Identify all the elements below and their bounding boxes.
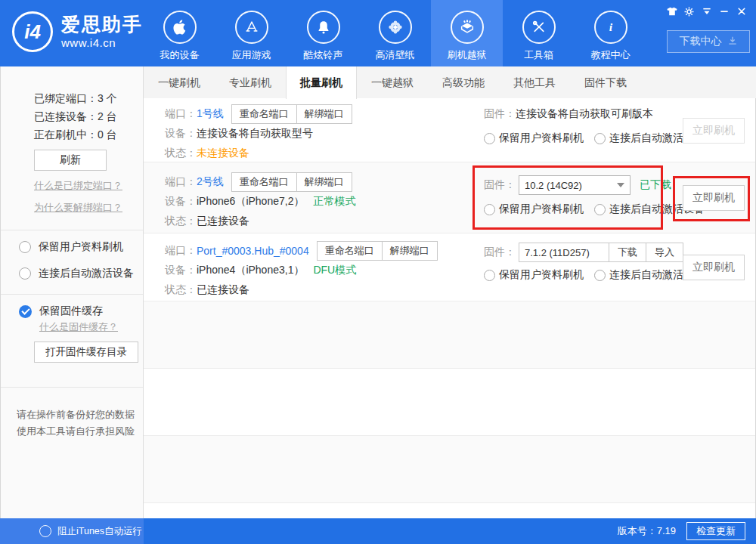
device-mode: DFU模式 bbox=[313, 264, 356, 277]
flash-now-button[interactable]: 立即刷机 bbox=[683, 255, 745, 280]
empty-row bbox=[144, 436, 755, 503]
option-auto-activate[interactable]: 连接后自动激活设备 bbox=[19, 267, 143, 280]
nav-item-flash-jailbreak[interactable]: 刷机越狱 bbox=[431, 0, 503, 66]
firmware-version-select[interactable]: 10.2 (14C92) bbox=[519, 175, 631, 195]
radio-off-icon[interactable] bbox=[484, 133, 495, 144]
row-options: 保留用户资料刷机 连接后自动激活设备 bbox=[484, 268, 705, 282]
nav-label: 教程中心 bbox=[591, 48, 631, 62]
app-header: i4 爱思助手 www.i4.cn 我的设备 应用游戏 酷炫铃声 bbox=[0, 0, 756, 66]
unbind-port-button[interactable]: 解绑端口 bbox=[296, 105, 352, 123]
firmware-selected-value: 10.2 (14C92) bbox=[525, 180, 582, 191]
port-button-group: 重命名端口 解绑端口 bbox=[231, 172, 352, 192]
firmware-label: 固件： bbox=[484, 107, 516, 121]
port-value: 2号线 bbox=[197, 175, 224, 189]
download-firmware-button[interactable]: 下载 bbox=[609, 243, 646, 261]
status-label: 状态： bbox=[165, 215, 197, 228]
option-keep-firmware-cache[interactable]: 保留固件缓存 bbox=[19, 304, 143, 318]
sidebar-warning-section: 请在操作前备份好您的数据 使用本工具请自行承担风险 bbox=[1, 388, 143, 518]
radio-off-icon[interactable] bbox=[594, 133, 606, 144]
nav-item-apps-games[interactable]: 应用游戏 bbox=[215, 0, 287, 66]
row-options: 保留用户资料刷机 连接后自动激活设备 bbox=[484, 202, 705, 216]
radio-off-icon[interactable] bbox=[594, 204, 606, 215]
radio-off-icon[interactable] bbox=[594, 270, 606, 281]
radio-off-icon[interactable] bbox=[484, 270, 495, 281]
link-what-is-firmware-cache[interactable]: 什么是固件缓存？ bbox=[39, 320, 118, 334]
port-button-group: 重命名端口 解绑端口 bbox=[317, 241, 438, 261]
check-update-button[interactable]: 检查更新 bbox=[686, 522, 745, 540]
minimize-icon[interactable] bbox=[715, 5, 733, 18]
tab-advanced[interactable]: 高级功能 bbox=[428, 66, 499, 98]
tab-other-tools[interactable]: 其他工具 bbox=[499, 66, 570, 98]
device-label: 设备： bbox=[165, 127, 197, 141]
status-value: 已连接设备 bbox=[197, 283, 249, 297]
nav-item-my-devices[interactable]: 我的设备 bbox=[144, 0, 215, 66]
option-keep-user-data[interactable]: 保留用户资料刷机 bbox=[19, 240, 143, 254]
sidebar-cache-section: 保留固件缓存 什么是固件缓存？ 打开固件缓存目录 bbox=[1, 295, 143, 388]
open-cache-folder-button[interactable]: 打开固件缓存目录 bbox=[34, 342, 138, 363]
main-nav: 我的设备 应用游戏 酷炫铃声 高清壁纸 刷机越狱 bbox=[144, 0, 646, 66]
tutorial-icon: i bbox=[594, 11, 627, 44]
tab-one-key-jailbreak[interactable]: 一键越狱 bbox=[357, 66, 428, 98]
keep-data-option[interactable]: 保留用户资料刷机 bbox=[499, 131, 584, 145]
settings-icon[interactable] bbox=[680, 5, 698, 18]
firmware-label: 固件： bbox=[484, 178, 516, 192]
link-what-is-bound-port[interactable]: 什么是已绑定端口？ bbox=[34, 179, 122, 193]
refresh-button[interactable]: 刷新 bbox=[34, 150, 107, 171]
nav-label: 我的设备 bbox=[160, 48, 200, 62]
port-label: 端口： bbox=[165, 107, 197, 121]
row-left-column: 端口： 2号线 重命名端口 解绑端口 设备： iPhone6（iPhone7,2… bbox=[144, 162, 755, 231]
option-label: 保留固件缓存 bbox=[39, 304, 103, 318]
nav-label: 工具箱 bbox=[524, 48, 553, 62]
theme-icon[interactable] bbox=[663, 5, 680, 18]
firmware-text: 连接设备将自动获取可刷版本 bbox=[516, 107, 653, 121]
tab-bar: 一键刷机 专业刷机 批量刷机 一键越狱 高级功能 其他工具 固件下载 bbox=[144, 66, 756, 98]
sidebar: 已绑定端口：3 个 已连接设备：2 台 正在刷机中：0 台 刷新 什么是已绑定端… bbox=[0, 66, 144, 518]
nav-item-toolbox[interactable]: 工具箱 bbox=[503, 0, 575, 66]
nav-item-ringtones[interactable]: 酷炫铃声 bbox=[287, 0, 359, 66]
flash-jailbreak-icon bbox=[451, 11, 484, 44]
toolbox-icon bbox=[522, 11, 556, 44]
flash-now-button[interactable]: 立即刷机 bbox=[683, 118, 745, 144]
radio-off-icon[interactable] bbox=[484, 204, 495, 215]
firmware-version-field: 7.1.2 (11D257) bbox=[519, 243, 609, 262]
status-bar: 版本号：7.19 检查更新 bbox=[144, 518, 756, 544]
download-center-button[interactable]: 下载中心 bbox=[667, 30, 750, 53]
tab-batch-flash[interactable]: 批量刷机 bbox=[286, 66, 357, 99]
close-icon[interactable] bbox=[733, 5, 750, 18]
unbind-port-button[interactable]: 解绑端口 bbox=[296, 173, 352, 191]
rename-port-button[interactable]: 重命名端口 bbox=[232, 173, 296, 191]
app-title: 爱思助手 bbox=[61, 14, 143, 36]
firmware-button-group: 下载 导入 bbox=[609, 243, 683, 262]
collapse-icon[interactable] bbox=[698, 5, 715, 18]
block-itunes-label: 阻止iTunes自动运行 bbox=[57, 525, 142, 538]
download-icon bbox=[727, 36, 738, 48]
tab-firmware-download[interactable]: 固件下载 bbox=[570, 66, 641, 98]
port-label: 端口： bbox=[165, 244, 197, 258]
option-label: 连接后自动激活设备 bbox=[39, 267, 134, 280]
sidebar-options-section: 保留用户资料刷机 连接后自动激活设备 bbox=[1, 230, 143, 295]
flash-now-button[interactable]: 立即刷机 bbox=[683, 185, 745, 211]
svg-text:i: i bbox=[609, 20, 612, 33]
block-itunes-toggle[interactable]: 阻止iTunes自动运行 bbox=[0, 518, 144, 544]
keep-data-option[interactable]: 保留用户资料刷机 bbox=[499, 268, 584, 282]
warning-line-1: 请在操作前备份好您的数据 bbox=[17, 406, 143, 423]
radio-off-icon bbox=[19, 241, 31, 253]
firmware-line: 固件： 7.1.2 (11D257) 下载 导入 bbox=[484, 243, 683, 262]
tab-one-key-flash[interactable]: 一键刷机 bbox=[144, 66, 215, 98]
unbind-port-button[interactable]: 解绑端口 bbox=[382, 242, 437, 260]
keep-data-option[interactable]: 保留用户资料刷机 bbox=[499, 202, 584, 216]
apple-icon bbox=[163, 11, 197, 44]
stat-bound-ports: 已绑定端口：3 个 bbox=[34, 89, 143, 107]
import-firmware-button[interactable]: 导入 bbox=[646, 243, 683, 261]
rename-port-button[interactable]: 重命名端口 bbox=[232, 105, 296, 123]
device-value: 连接设备将自动获取型号 bbox=[197, 127, 313, 141]
version-text: 版本号：7.19 bbox=[618, 524, 676, 538]
window-controls bbox=[663, 5, 750, 18]
row-options: 保留用户资料刷机 连接后自动激活设备 bbox=[484, 131, 705, 145]
nav-item-tutorials[interactable]: i 教程中心 bbox=[575, 0, 646, 66]
nav-item-wallpapers[interactable]: 高清壁纸 bbox=[359, 0, 431, 66]
port-button-group: 重命名端口 解绑端口 bbox=[231, 104, 352, 124]
rename-port-button[interactable]: 重命名端口 bbox=[318, 242, 382, 260]
tab-pro-flash[interactable]: 专业刷机 bbox=[215, 66, 286, 98]
link-why-unbind-port[interactable]: 为什么要解绑端口？ bbox=[34, 201, 122, 215]
